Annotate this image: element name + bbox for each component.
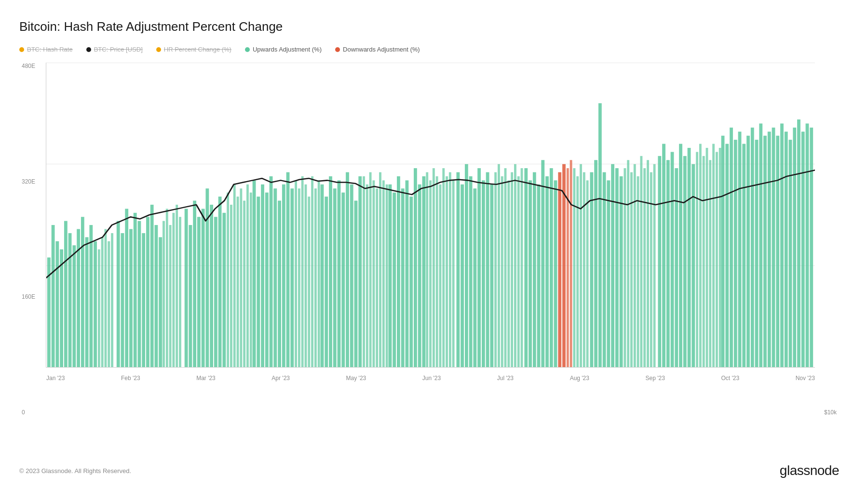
svg-rect-118 [801, 132, 805, 367]
svg-rect-67 [473, 188, 476, 367]
svg-rect-54 [389, 185, 392, 367]
svg-rect-176 [573, 168, 575, 367]
svg-rect-127 [166, 209, 168, 367]
svg-rect-29 [205, 188, 209, 367]
svg-rect-138 [246, 185, 249, 367]
svg-rect-126 [163, 221, 165, 367]
svg-rect-76 [541, 160, 544, 367]
svg-rect-113 [780, 123, 784, 367]
svg-rect-13 [117, 221, 120, 367]
svg-rect-50 [346, 172, 349, 367]
svg-rect-38 [270, 176, 273, 367]
svg-rect-89 [620, 176, 623, 367]
svg-rect-3 [55, 241, 59, 367]
svg-rect-119 [806, 123, 809, 367]
svg-rect-141 [298, 188, 300, 367]
svg-rect-133 [230, 205, 232, 367]
svg-rect-178 [580, 164, 582, 367]
svg-rect-177 [576, 176, 579, 367]
svg-rect-106 [751, 128, 754, 367]
svg-rect-97 [688, 148, 691, 367]
svg-rect-51 [350, 185, 353, 367]
svg-rect-115 [789, 140, 792, 367]
svg-rect-70 [486, 172, 489, 367]
svg-rect-135 [237, 197, 239, 367]
svg-rect-195 [709, 160, 711, 367]
svg-rect-184 [634, 164, 636, 367]
svg-rect-80 [558, 172, 561, 367]
svg-rect-98 [692, 164, 695, 367]
svg-rect-171 [514, 164, 516, 367]
svg-rect-83 [594, 160, 597, 367]
svg-rect-142 [301, 176, 304, 367]
svg-rect-111 [772, 128, 775, 367]
chart-container: Bitcoin: Hash Rate Adjustment Percent Ch… [0, 0, 868, 488]
chart-wrapper: 480E 320E 160E 0 $10k [46, 63, 815, 416]
svg-rect-14 [121, 233, 124, 367]
svg-rect-39 [273, 188, 277, 367]
svg-rect-87 [611, 164, 614, 367]
svg-rect-64 [461, 185, 464, 367]
svg-rect-151 [372, 180, 375, 367]
svg-rect-79 [554, 180, 557, 367]
svg-rect-197 [716, 152, 718, 367]
y-axis-labels: 480E 320E 160E 0 [22, 63, 35, 416]
svg-rect-40 [278, 201, 281, 367]
svg-rect-26 [193, 201, 196, 367]
svg-rect-129 [172, 213, 175, 367]
svg-rect-74 [533, 172, 536, 367]
svg-rect-107 [755, 140, 759, 367]
svg-rect-52 [354, 201, 358, 367]
svg-rect-143 [305, 185, 307, 367]
svg-rect-144 [308, 197, 310, 367]
svg-rect-15 [125, 209, 128, 367]
svg-rect-147 [318, 180, 320, 367]
svg-rect-45 [325, 197, 328, 367]
svg-rect-44 [321, 185, 324, 367]
svg-rect-128 [169, 225, 172, 367]
svg-rect-123 [105, 229, 107, 367]
svg-rect-49 [341, 193, 345, 367]
svg-rect-157 [429, 180, 432, 367]
svg-rect-150 [369, 172, 372, 367]
svg-rect-187 [643, 168, 646, 367]
svg-rect-122 [101, 237, 104, 367]
legend-dot-price [86, 47, 91, 52]
svg-rect-164 [452, 180, 455, 367]
svg-rect-154 [382, 180, 385, 367]
svg-rect-61 [418, 185, 421, 367]
svg-rect-116 [793, 128, 796, 367]
svg-rect-130 [176, 205, 178, 367]
svg-rect-71 [490, 185, 493, 367]
svg-rect-198 [719, 148, 721, 367]
svg-rect-36 [261, 185, 264, 367]
svg-rect-90 [658, 156, 661, 367]
svg-rect-73 [529, 180, 532, 367]
svg-rect-35 [257, 197, 260, 367]
svg-rect-100 [725, 144, 729, 367]
y-axis-right-label: $10k [824, 409, 837, 416]
legend-label-hashrate: BTC: Hash Rate [27, 46, 73, 53]
svg-rect-95 [679, 144, 682, 367]
svg-rect-140 [295, 180, 297, 367]
svg-rect-23 [159, 237, 162, 367]
svg-rect-194 [706, 148, 708, 367]
svg-rect-101 [730, 128, 733, 367]
footer: © 2023 Glassnode. All Rights Reserved. g… [19, 463, 839, 478]
svg-rect-21 [150, 205, 154, 367]
svg-rect-103 [738, 132, 742, 367]
svg-rect-137 [243, 201, 245, 367]
svg-rect-68 [477, 168, 481, 367]
legend-label-downwards: Downwards Adjustment (%) [343, 46, 420, 53]
svg-rect-186 [640, 156, 642, 367]
legend-dot-downwards [335, 47, 340, 52]
svg-rect-136 [240, 188, 242, 367]
svg-rect-2 [52, 225, 55, 367]
svg-rect-175 [570, 160, 572, 367]
svg-rect-19 [142, 233, 145, 367]
svg-rect-156 [426, 172, 428, 367]
svg-rect-160 [439, 185, 441, 367]
svg-rect-180 [586, 180, 589, 367]
svg-rect-5 [64, 221, 68, 367]
svg-rect-72 [524, 168, 528, 367]
